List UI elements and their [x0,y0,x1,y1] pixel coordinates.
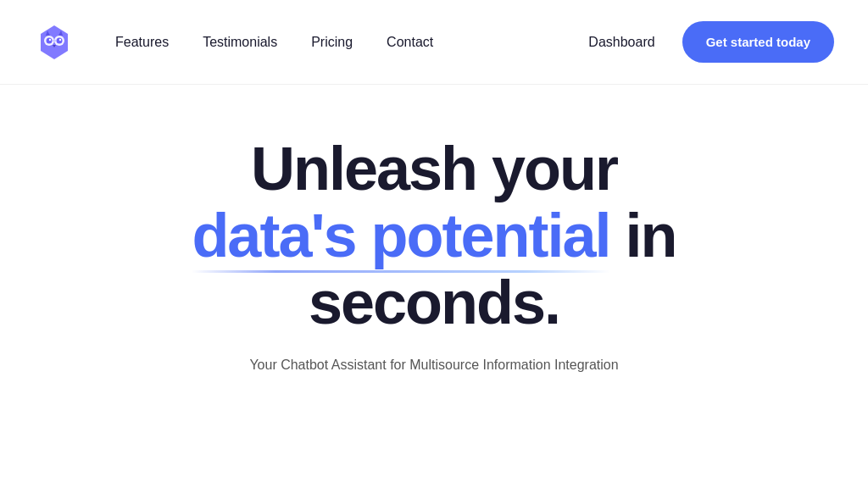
hero-title: Unleash your data's potential in seconds… [192,136,676,337]
nav-link-features[interactable]: Features [115,35,169,50]
dashboard-link[interactable]: Dashboard [588,35,654,50]
logo-icon [34,22,75,63]
navbar: Features Testimonials Pricing Contact Da… [0,0,868,85]
nav-link-testimonials[interactable]: Testimonials [203,35,277,50]
svg-point-3 [57,37,63,43]
svg-point-4 [49,38,51,40]
hero-line3: seconds. [309,269,559,336]
nav-link-pricing[interactable]: Pricing [311,35,353,50]
hero-line1: Unleash your [251,135,617,202]
logo[interactable] [34,22,75,63]
get-started-button[interactable]: Get started today [682,21,834,63]
hero-highlight: data's potential [192,202,609,269]
hero-subtitle: Your Chatbot Assistant for Multisource I… [249,358,618,373]
svg-point-2 [47,37,53,43]
hero-section: Unleash your data's potential in seconds… [0,85,868,373]
hero-line2-rest: in [610,202,676,269]
nav-links: Features Testimonials Pricing Contact [115,35,433,50]
nav-left: Features Testimonials Pricing Contact [34,22,433,63]
nav-link-contact[interactable]: Contact [387,35,433,50]
svg-point-5 [59,38,61,40]
nav-right: Dashboard Get started today [588,21,834,63]
